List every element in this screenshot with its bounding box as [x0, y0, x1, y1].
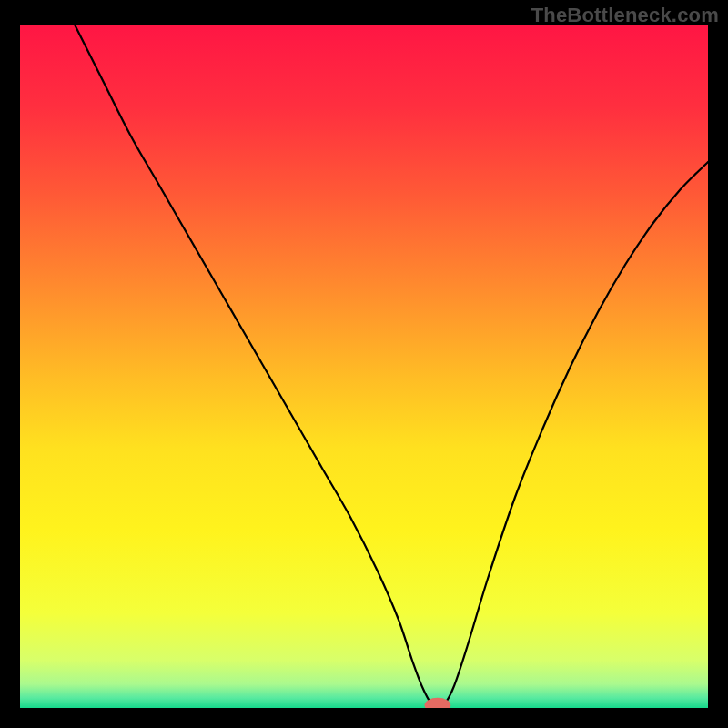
gradient-background	[20, 25, 708, 708]
plot-area	[20, 25, 708, 708]
chart-frame: TheBottleneck.com	[0, 0, 728, 728]
watermark-text: TheBottleneck.com	[531, 4, 719, 27]
plot-svg	[20, 25, 708, 708]
